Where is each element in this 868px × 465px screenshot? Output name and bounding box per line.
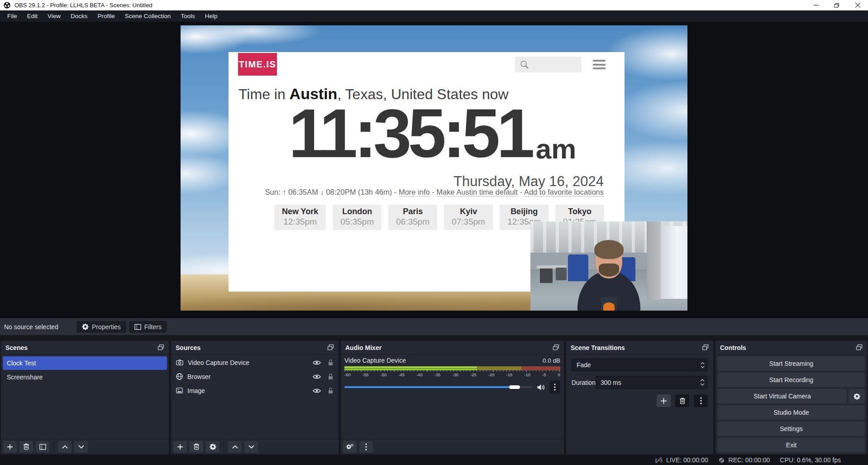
mixer-menu-button[interactable] (359, 441, 373, 453)
transition-properties-button[interactable] (694, 394, 708, 407)
start-virtual-camera-button[interactable]: Start Virtual Camera (718, 389, 847, 403)
scene-transitions-panel: Scene Transitions Fade Duration 300 ms (566, 341, 713, 454)
menu-profile[interactable]: Profile (93, 10, 120, 22)
volume-slider-handle[interactable] (509, 385, 520, 389)
virtual-camera-settings-button[interactable] (849, 389, 865, 403)
visibility-eye-icon[interactable] (313, 360, 321, 365)
remove-transition-button[interactable] (675, 394, 689, 407)
clock-digits: 11:35:51 (289, 99, 531, 168)
menu-bar: File Edit View Docks Profile Scene Colle… (0, 10, 868, 22)
transition-select[interactable]: Fade (572, 359, 708, 371)
properties-button[interactable]: Properties (76, 321, 126, 333)
add-favorite-link: Add to favorite locations (524, 188, 604, 196)
obs-logo-icon (4, 2, 10, 9)
popout-icon[interactable] (157, 344, 164, 351)
scene-item-screenshare[interactable]: Screenshare (3, 370, 167, 384)
menu-view[interactable]: View (43, 10, 66, 22)
minimize-button[interactable] (806, 0, 826, 10)
sources-panel: Sources Video Capture Device (171, 341, 339, 454)
scene-transitions-title: Scene Transitions (571, 344, 625, 351)
webcam-overlay (530, 221, 687, 311)
scenes-panel-title: Scenes (5, 344, 28, 351)
menu-docks[interactable]: Docks (66, 10, 93, 22)
start-recording-button[interactable]: Start Recording (718, 373, 865, 387)
move-source-down-button[interactable] (244, 441, 258, 453)
preview-area: TIME.IS Time in Austin, Texas, United St… (0, 22, 868, 318)
make-default-link: Make Austin time default (436, 188, 518, 196)
sun-times: Sun: ↑ 06:35AM ↓ 08:20PM (13h 46m) (265, 188, 392, 196)
speaker-icon[interactable] (537, 384, 545, 391)
mixer-channel-menu-button[interactable] (549, 380, 560, 394)
city-box: Paris 06:35pm (388, 205, 437, 230)
audio-mixer-panel: Audio Mixer Video Capture Device 0.0 dB … (341, 341, 564, 454)
lock-icon[interactable] (328, 373, 334, 380)
move-scene-down-button[interactable] (74, 441, 88, 453)
remove-scene-button[interactable] (19, 441, 33, 453)
timeis-search-box (515, 57, 582, 72)
source-item-image[interactable]: Image (171, 384, 339, 398)
close-button[interactable] (847, 0, 868, 10)
select-arrows[interactable] (697, 359, 707, 371)
menu-edit[interactable]: Edit (22, 10, 43, 22)
popout-icon[interactable] (702, 344, 709, 351)
duration-input[interactable]: 300 ms (596, 376, 708, 389)
meter-scale: -60-55-50-45-40-35-30-25-20-15-10-50 (344, 370, 560, 377)
menu-file[interactable]: File (2, 10, 22, 22)
source-properties-button[interactable] (206, 441, 219, 453)
controls-title: Controls (720, 344, 746, 351)
restore-button[interactable] (826, 0, 847, 10)
popout-icon[interactable] (327, 344, 334, 351)
scene-filters-button[interactable] (36, 441, 49, 453)
record-status-icon (718, 457, 725, 464)
add-transition-button[interactable] (657, 394, 671, 407)
camera-icon (176, 360, 183, 365)
advanced-audio-properties-button[interactable] (343, 441, 357, 453)
visibility-eye-icon[interactable] (313, 374, 321, 379)
source-status-text: No source selected (4, 323, 76, 331)
rec-time: REC: 00:00:00 (729, 456, 770, 464)
city-box: London 05:35pm (333, 205, 382, 230)
source-item-browser[interactable]: Browser (171, 369, 339, 384)
hamburger-menu-icon (593, 60, 606, 69)
menu-scene-collection[interactable]: Scene Collection (120, 10, 176, 22)
exit-button[interactable]: Exit (718, 438, 865, 452)
lock-icon[interactable] (328, 387, 334, 394)
lock-icon[interactable] (328, 359, 334, 366)
current-time: 11:35:51 am (229, 99, 625, 168)
menu-help[interactable]: Help (200, 10, 223, 22)
current-date: Thursday, May 16, 2024 (453, 173, 604, 190)
stream-status-icon (655, 456, 663, 464)
city-box: New York 12:35pm (274, 205, 326, 230)
popout-icon[interactable] (553, 344, 559, 351)
start-streaming-button[interactable]: Start Streaming (718, 356, 865, 371)
volume-slider[interactable] (344, 382, 533, 392)
mixer-channel-name: Video Capture Device (344, 357, 406, 364)
window-titlebar: OBS 29.1.2 - Profile: LLHLS BETA - Scene… (0, 0, 868, 10)
volume-meter (344, 366, 560, 370)
menu-tools[interactable]: Tools (176, 10, 200, 22)
city-box: Kyiv 07:35pm (444, 205, 493, 230)
preview-canvas[interactable]: TIME.IS Time in Austin, Texas, United St… (181, 25, 687, 311)
sources-panel-title: Sources (176, 344, 200, 351)
filter-icon (134, 324, 141, 330)
studio-mode-button[interactable]: Studio Mode (718, 405, 865, 420)
add-source-button[interactable] (173, 441, 187, 453)
move-scene-up-button[interactable] (58, 441, 72, 453)
scene-item-clock-test[interactable]: Clock Test (3, 356, 167, 370)
spinner-arrows[interactable] (697, 376, 707, 388)
dock-area: Scenes Clock Test Screenshare (1, 341, 867, 454)
source-toolbar: No source selected Properties Filters (0, 318, 868, 335)
more-info-link: More info (399, 188, 430, 196)
cpu-fps-stats: CPU: 0.6%, 30.00 fps (780, 456, 841, 464)
settings-button[interactable]: Settings (718, 422, 865, 436)
move-source-up-button[interactable] (228, 441, 242, 453)
popout-icon[interactable] (856, 344, 863, 351)
filters-button[interactable]: Filters (129, 321, 167, 333)
visibility-eye-icon[interactable] (313, 388, 321, 393)
image-icon (176, 388, 183, 393)
mixer-level-db: 0.0 dB (543, 357, 560, 364)
audio-mixer-title: Audio Mixer (345, 344, 382, 351)
remove-source-button[interactable] (190, 441, 203, 453)
source-item-video-capture[interactable]: Video Capture Device (171, 355, 339, 369)
add-scene-button[interactable] (3, 441, 17, 453)
